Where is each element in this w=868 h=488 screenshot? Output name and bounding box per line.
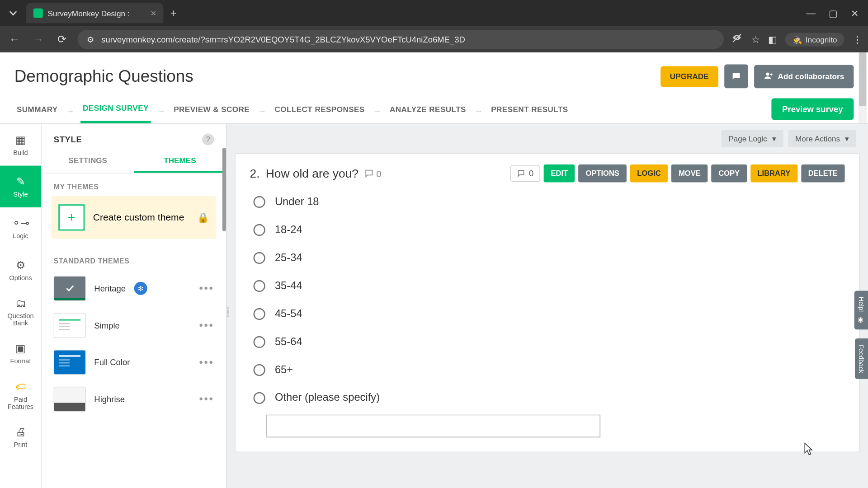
answer-option[interactable]: 55-64 — [253, 335, 844, 348]
options-icon: ⚙ — [16, 258, 25, 272]
theme-more-icon[interactable]: ••• — [199, 393, 214, 406]
question-card[interactable]: ⠿⠿ 2. How old are you? 0 0 EDIT OP — [235, 153, 860, 452]
step-analyze[interactable]: ANALYZE RESULTS — [387, 99, 468, 122]
page-logic-dropdown[interactable]: Page Logic ▾ — [721, 130, 783, 147]
standard-themes-label: STANDARD THEMES — [42, 247, 226, 270]
site-settings-icon[interactable]: ⚙ — [86, 34, 95, 44]
panel-scrollbar[interactable] — [222, 148, 226, 231]
chrome-menu-icon[interactable]: ⋮ — [853, 34, 862, 45]
answer-option[interactable]: Under 18 — [253, 196, 844, 208]
radio-icon[interactable] — [253, 280, 265, 291]
more-actions-dropdown[interactable]: More Actions ▾ — [788, 130, 856, 147]
step-preview-score[interactable]: PREVIEW & SCORE — [171, 99, 252, 122]
step-summary[interactable]: SUMMARY — [14, 99, 60, 122]
question-copy-button[interactable]: COPY — [711, 164, 746, 183]
left-rail: ▦Build ✎Style ⚬⊸Logic ⚙Options 🗂Question… — [0, 124, 42, 488]
lock-icon: 🔒 — [197, 212, 209, 223]
format-icon: ▣ — [15, 342, 25, 355]
panel-title: STYLE — [54, 135, 82, 144]
panel-tab-themes[interactable]: THEMES — [134, 150, 226, 173]
rail-paid-features[interactable]: 🏷Paid Features — [0, 374, 41, 416]
theme-simple[interactable]: Simple ••• — [42, 307, 226, 344]
answer-option[interactable]: 25-34 — [253, 251, 844, 264]
question-library-button[interactable]: LIBRARY — [750, 164, 797, 183]
answer-options: Under 18 18-24 25-34 35-44 45-54 55-64 6… — [250, 196, 845, 404]
address-bar[interactable]: ⚙ surveymonkey.com/create/?sm=rsYO2R2V0E… — [77, 30, 724, 49]
chevron-right-icon: → — [371, 106, 384, 115]
theme-full-color[interactable]: Full Color ••• — [42, 344, 226, 381]
workflow-tabs: SUMMARY → DESIGN SURVEY → PREVIEW & SCOR… — [0, 94, 868, 124]
style-panel: STYLE ? SETTINGS THEMES MY THEMES + Crea… — [42, 124, 226, 488]
question-move-button[interactable]: MOVE — [671, 164, 708, 183]
rail-build[interactable]: ▦Build — [0, 124, 41, 165]
rail-format[interactable]: ▣Format — [0, 333, 41, 374]
theme-thumb-icon — [54, 350, 86, 375]
answer-option[interactable]: 35-44 — [253, 279, 844, 292]
question-edit-button[interactable]: EDIT — [544, 164, 575, 183]
rail-logic[interactable]: ⚬⊸Logic — [0, 207, 41, 249]
radio-icon[interactable] — [253, 392, 265, 404]
reload-button[interactable]: ⟳ — [54, 31, 71, 48]
rail-options[interactable]: ⚙Options — [0, 249, 41, 291]
visibility-off-icon[interactable] — [731, 32, 743, 47]
browser-tab[interactable]: SurveyMonkey Design : × — [26, 3, 163, 23]
question-logic-button[interactable]: LOGIC — [630, 164, 668, 183]
back-button[interactable]: ← — [6, 31, 23, 48]
radio-icon[interactable] — [253, 336, 265, 347]
question-comment-pill[interactable]: 0 — [510, 165, 540, 182]
tab-close-icon[interactable]: × — [151, 8, 156, 19]
drag-handle-icon[interactable]: ⠿⠿ — [226, 309, 231, 316]
question-comment-count[interactable]: 0 — [364, 169, 381, 178]
create-custom-theme[interactable]: + Create custom theme 🔒 — [51, 196, 216, 239]
rail-print[interactable]: 🖨Print — [0, 416, 41, 457]
answer-option[interactable]: 65+ — [253, 363, 844, 376]
radio-icon[interactable] — [253, 224, 265, 235]
plus-icon: + — [58, 204, 85, 230]
window-maximize-icon[interactable]: ▢ — [829, 7, 838, 19]
answer-option[interactable]: Other (please specify) — [253, 391, 844, 404]
window-minimize-icon[interactable]: — — [806, 7, 816, 19]
tab-title: SurveyMonkey Design : — [47, 9, 129, 18]
comments-button[interactable] — [724, 64, 748, 88]
incognito-badge[interactable]: 🕵 Incognito — [785, 33, 844, 46]
radio-icon[interactable] — [253, 308, 265, 319]
theme-thumb-icon — [54, 387, 86, 412]
help-tab[interactable]: Help! ◉ — [854, 291, 868, 329]
theme-thumb-icon — [54, 276, 86, 301]
add-collaborators-button[interactable]: Add collaborators — [754, 65, 854, 88]
theme-name: Highrise — [94, 394, 125, 404]
feedback-tab[interactable]: Feedback — [855, 338, 868, 379]
other-specify-input[interactable] — [266, 415, 600, 437]
window-close-icon[interactable]: ✕ — [851, 7, 859, 19]
step-collect[interactable]: COLLECT RESPONSES — [272, 99, 367, 122]
panel-tab-settings[interactable]: SETTINGS — [42, 150, 134, 173]
page-title: Demographic Questions — [14, 67, 193, 86]
preview-survey-button[interactable]: Preview survey — [771, 98, 854, 119]
style-icon: ✎ — [16, 175, 25, 188]
theme-more-icon[interactable]: ••• — [199, 282, 214, 295]
upgrade-button[interactable]: UPGRADE — [660, 66, 718, 87]
theme-thumb-icon — [54, 313, 86, 338]
step-present[interactable]: PRESENT RESULTS — [489, 99, 571, 122]
rail-style[interactable]: ✎Style — [0, 166, 41, 207]
forward-button[interactable]: → — [30, 31, 47, 48]
theme-heritage[interactable]: Heritage ✻ ••• — [42, 270, 226, 307]
step-design-survey[interactable]: DESIGN SURVEY — [80, 98, 151, 123]
question-options-button[interactable]: OPTIONS — [579, 164, 627, 183]
radio-icon[interactable] — [253, 364, 265, 375]
help-icon[interactable]: ? — [202, 133, 214, 145]
radio-icon[interactable] — [253, 252, 265, 263]
radio-icon[interactable] — [253, 196, 265, 207]
answer-option[interactable]: 45-54 — [253, 307, 844, 320]
rail-question-bank[interactable]: 🗂Question Bank — [0, 291, 41, 333]
bookmark-icon[interactable]: ☆ — [751, 34, 760, 45]
question-delete-button[interactable]: DELETE — [801, 164, 845, 183]
tab-search-button[interactable] — [5, 5, 22, 22]
favicon-icon — [33, 8, 43, 18]
new-tab-button[interactable]: + — [170, 7, 177, 19]
theme-more-icon[interactable]: ••• — [199, 356, 214, 369]
theme-more-icon[interactable]: ••• — [199, 319, 214, 332]
side-panel-icon[interactable]: ◧ — [768, 34, 777, 45]
answer-option[interactable]: 18-24 — [253, 224, 844, 236]
theme-highrise[interactable]: Highrise ••• — [42, 381, 226, 418]
